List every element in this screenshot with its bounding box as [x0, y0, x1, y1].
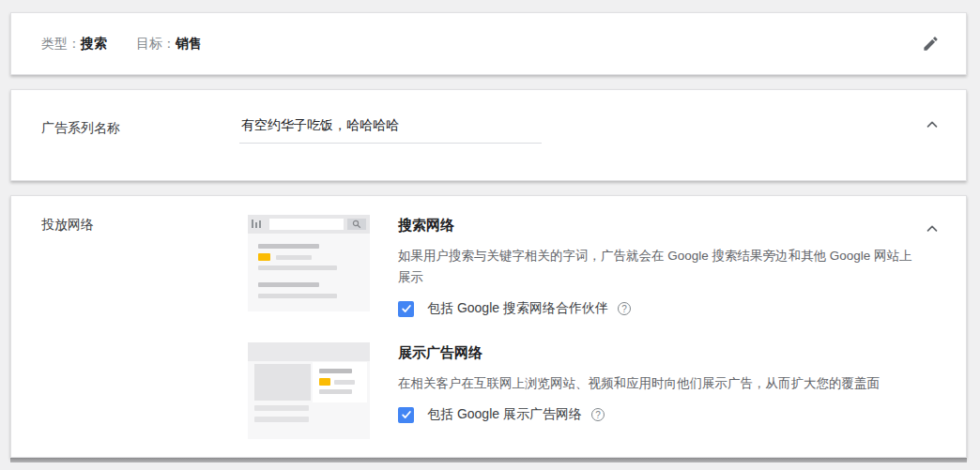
display-network-checkbox[interactable]	[398, 407, 414, 423]
search-button-placeholder	[347, 219, 366, 230]
display-website-thumbnail	[248, 342, 370, 439]
ad-badge	[258, 253, 270, 261]
collapse-section-button[interactable]	[922, 114, 942, 135]
magnifier-icon	[352, 220, 361, 229]
campaign-type: 类型： 搜索	[41, 36, 107, 53]
networks-content: 搜索网络 如果用户搜索与关键字相关的字词，广告就会在 Google 搜索结果旁边…	[248, 215, 941, 457]
display-network-section: 展示广告网络 在相关客户在互联网上浏览网站、视频和应用时向他们展示广告，从而扩大…	[248, 342, 941, 439]
networks-card: 投放网络	[10, 195, 967, 458]
checkmark-icon	[401, 409, 412, 420]
campaign-name-card: 广告系列名称	[10, 89, 967, 181]
campaign-goal: 目标： 销售	[136, 36, 202, 53]
search-network-title: 搜索网络	[398, 217, 924, 235]
ad-badge	[319, 378, 330, 386]
card-cutoff-shadow	[10, 458, 967, 462]
search-partners-checkbox-row[interactable]: 包括 Google 搜索网络合作伙伴 ?	[398, 300, 924, 317]
search-partners-checkbox-label: 包括 Google 搜索网络合作伙伴	[427, 300, 608, 317]
help-icon[interactable]: ?	[618, 302, 631, 315]
search-box-placeholder	[269, 219, 344, 230]
pencil-icon	[922, 35, 940, 53]
chevron-up-icon	[924, 220, 941, 237]
goal-label: 目标：	[136, 36, 176, 53]
type-label: 类型：	[41, 36, 81, 53]
display-network-checkbox-row[interactable]: 包括 Google 展示广告网络 ?	[398, 406, 924, 423]
search-results-thumbnail	[248, 215, 370, 311]
campaign-name-label: 广告系列名称	[41, 118, 239, 180]
help-icon[interactable]: ?	[591, 408, 605, 421]
search-network-section: 搜索网络 如果用户搜索与关键字相关的字词，广告就会在 Google 搜索结果旁边…	[248, 215, 941, 317]
thumbnail-browser-bar	[248, 342, 370, 361]
edit-button[interactable]	[920, 34, 941, 54]
display-network-checkbox-label: 包括 Google 展示广告网络	[427, 406, 582, 423]
goal-value: 销售	[176, 36, 202, 53]
checkmark-icon	[401, 303, 412, 314]
search-partners-checkbox[interactable]	[398, 301, 414, 317]
display-network-description: 在相关客户在互联网上浏览网站、视频和应用时向他们展示广告，从而扩大您的覆盖面	[398, 372, 924, 394]
search-network-description: 如果用户搜索与关键字相关的字词，广告就会在 Google 搜索结果旁边和其他 G…	[398, 245, 924, 288]
campaign-name-input[interactable]	[239, 118, 542, 144]
collapse-networks-button[interactable]	[922, 219, 942, 239]
type-value: 搜索	[81, 36, 107, 53]
display-network-title: 展示广告网络	[398, 344, 924, 362]
campaign-type-goal-card: 类型： 搜索 目标： 销售	[10, 12, 967, 75]
search-network-text: 搜索网络 如果用户搜索与关键字相关的字词，广告就会在 Google 搜索结果旁边…	[398, 215, 924, 317]
logo-placeholder	[252, 220, 261, 228]
display-network-text: 展示广告网络 在相关客户在互联网上浏览网站、视频和应用时向他们展示广告，从而扩大…	[398, 342, 924, 439]
networks-label: 投放网络	[41, 215, 248, 457]
thumbnail-search-bar	[248, 215, 370, 234]
chevron-up-icon	[924, 116, 941, 133]
